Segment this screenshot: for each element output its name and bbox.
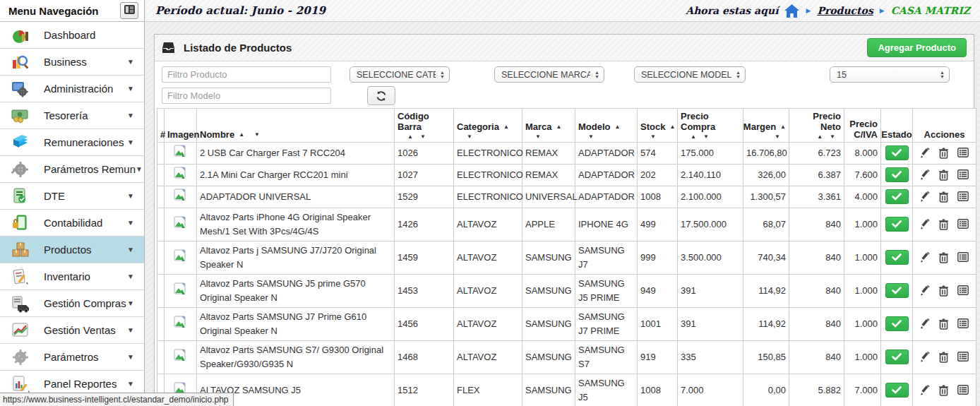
net-price-cell: 840 — [789, 341, 844, 374]
edit-icon[interactable] — [919, 252, 931, 264]
status-active-button[interactable] — [885, 283, 909, 298]
edit-icon[interactable] — [919, 191, 931, 203]
edit-icon[interactable] — [919, 169, 931, 181]
business-icon — [10, 52, 31, 72]
delete-icon[interactable] — [938, 148, 950, 160]
margin-cell: 326,00 — [743, 165, 789, 186]
sort-desc-icon[interactable]: ▼ — [703, 133, 709, 140]
column-header-category[interactable]: Categoria▲▼ — [454, 109, 522, 143]
page-size-select-value: 15 — [837, 70, 936, 80]
sort-desc-icon[interactable]: ▼ — [588, 133, 594, 140]
delete-icon[interactable] — [938, 191, 950, 203]
edit-icon[interactable] — [919, 318, 931, 330]
status-active-button[interactable] — [885, 189, 909, 204]
sort-desc-icon[interactable]: ▼ — [830, 133, 835, 140]
sort-asc-icon[interactable]: ▲ — [615, 124, 621, 130]
delete-icon[interactable] — [938, 385, 950, 397]
sort-asc-icon[interactable]: ▲ — [556, 124, 562, 130]
model-cell: SAMSUNG J7 — [575, 241, 638, 275]
delete-icon[interactable] — [938, 169, 950, 181]
edit-icon[interactable] — [919, 148, 931, 160]
sidebar-item-inventario[interactable]: Inventario▼ — [0, 263, 144, 290]
purchase-price-cell: 2.140.110 — [678, 165, 743, 186]
sidebar-item-business[interactable]: Business▼ — [0, 49, 144, 76]
column-header-net_price[interactable]: Precio Neto▲▼ — [789, 109, 844, 143]
sidebar-item-parametros[interactable]: Parámetros▼ — [0, 344, 144, 371]
sort-asc-icon[interactable]: ▲ — [817, 133, 823, 140]
sidebar-item-administracion[interactable]: Administración▼ — [0, 76, 144, 102]
column-header-purchase_price[interactable]: Precio Compra▲▼ — [678, 109, 743, 143]
sort-desc-icon[interactable]: ▼ — [650, 133, 656, 140]
column-header-stock[interactable]: Stock▲▼ — [638, 109, 678, 143]
edit-icon[interactable] — [919, 352, 931, 364]
sort-asc-icon[interactable]: ▲ — [780, 124, 786, 130]
edit-icon[interactable] — [919, 285, 931, 297]
sidebar-item-dte[interactable]: DTE▼ — [0, 183, 144, 210]
column-header-margin[interactable]: Margen▲▼ — [743, 109, 789, 143]
delete-icon[interactable] — [938, 285, 950, 297]
edit-icon[interactable] — [919, 219, 931, 231]
product-filter-input[interactable] — [162, 66, 331, 83]
breadcrumb-link-productos[interactable]: Productos — [817, 5, 873, 16]
model-select-value: SELECCIONE MODELO — [641, 70, 731, 80]
sidebar-item-contabilidad[interactable]: Contabilidad▼ — [0, 210, 144, 237]
model-select[interactable]: SELECCIONE MODELO ▲▼ — [634, 66, 746, 83]
status-active-button[interactable] — [885, 167, 909, 182]
status-active-button[interactable] — [885, 145, 909, 160]
delete-icon[interactable] — [938, 219, 950, 231]
detail-icon[interactable] — [957, 318, 969, 330]
sort-desc-icon[interactable]: ▼ — [467, 133, 472, 140]
sidebar-item-dashboard[interactable]: Dashboard — [0, 22, 144, 49]
barcode-cell: 1459 — [395, 241, 454, 275]
detail-icon[interactable] — [957, 191, 969, 203]
status-active-button[interactable] — [885, 350, 909, 364]
column-header-brand[interactable]: Marca▲▼ — [522, 109, 575, 143]
status-active-button[interactable] — [885, 217, 909, 232]
detail-icon[interactable] — [957, 385, 969, 397]
model-filter-input[interactable] — [162, 88, 331, 104]
status-active-button[interactable] — [885, 316, 909, 331]
sort-asc-icon[interactable]: ▲ — [503, 124, 509, 130]
detail-icon[interactable] — [957, 285, 969, 297]
detail-icon[interactable] — [957, 219, 969, 231]
delete-icon[interactable] — [938, 318, 950, 330]
sort-asc-icon[interactable]: ▲ — [669, 124, 675, 130]
edit-icon[interactable] — [919, 385, 931, 397]
add-product-button[interactable]: Agregar Producto — [867, 38, 967, 57]
sort-desc-icon[interactable]: ▼ — [420, 133, 426, 140]
status-active-button[interactable] — [885, 250, 909, 265]
column-header-barcode[interactable]: Código Barra▲▼ — [395, 109, 454, 143]
sort-desc-icon[interactable]: ▼ — [254, 131, 260, 138]
sidebar-item-productos[interactable]: Productos▼ — [0, 237, 144, 263]
sort-desc-icon[interactable]: ▼ — [535, 133, 541, 140]
column-header-model[interactable]: Modelo▲▼ — [575, 109, 638, 143]
column-label: Marca — [525, 121, 552, 132]
delete-icon[interactable] — [938, 252, 950, 264]
detail-icon[interactable] — [957, 169, 969, 181]
sidebar-item-gestion-ventas[interactable]: Gestión Ventas▼ — [0, 317, 144, 344]
sidebar-item-gestion-compras[interactable]: Gestión Compras▼ — [0, 290, 144, 317]
sort-asc-icon[interactable]: ▲ — [239, 131, 244, 138]
sidebar-item-remuneraciones[interactable]: Remuneraciones▼ — [0, 129, 144, 156]
sidebar-toggle-button[interactable] — [120, 2, 138, 19]
status-active-button[interactable] — [885, 383, 909, 398]
detail-icon[interactable] — [957, 352, 969, 364]
sort-asc-icon[interactable]: ▲ — [691, 133, 696, 140]
sidebar-item-parametros-remun[interactable]: Parámetros Remun▼ — [0, 156, 144, 183]
brand-select[interactable]: SELECCIONE MARCA ▲▼ — [494, 66, 604, 83]
detail-icon[interactable] — [957, 252, 969, 264]
column-header-iva_price: Precio C/IVA — [844, 109, 881, 143]
refresh-filters-button[interactable] — [367, 86, 395, 105]
home-icon[interactable] — [784, 4, 799, 18]
page-size-select[interactable]: 15 ▲▼ — [830, 66, 950, 83]
sort-desc-icon[interactable]: ▼ — [775, 133, 780, 140]
column-header-name[interactable]: Nombre▲▼ — [197, 109, 395, 143]
net-price-cell: 3.361 — [789, 186, 844, 208]
category-select[interactable]: SELECCIONE CATEGORIA ▲▼ — [349, 66, 450, 83]
brand-cell: UNIVERSAL — [522, 186, 575, 208]
sort-asc-icon[interactable]: ▲ — [407, 133, 413, 140]
delete-icon[interactable] — [938, 352, 950, 364]
brand-cell: SAMSUNG — [522, 275, 575, 308]
sidebar-item-tesoreria[interactable]: Tesorería▼ — [0, 102, 144, 129]
detail-icon[interactable] — [957, 148, 969, 160]
